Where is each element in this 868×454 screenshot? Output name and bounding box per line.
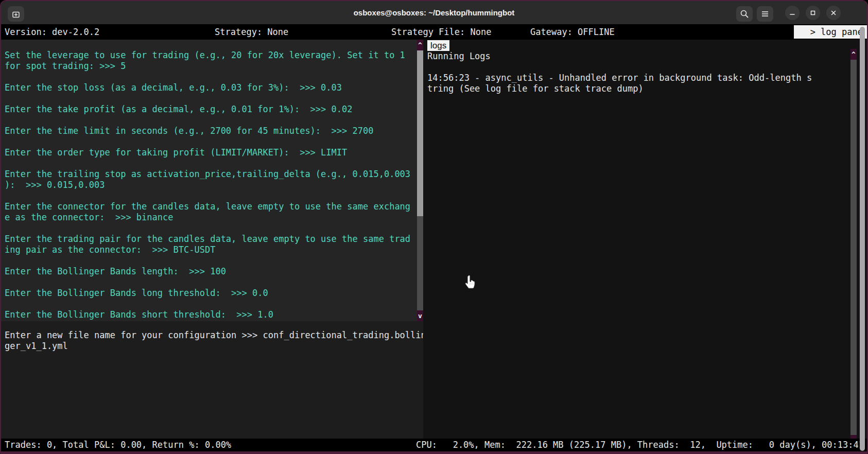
log-pane-toggle[interactable]: > log pane (794, 25, 867, 39)
gateway-label: Gateway: OFFLINE (530, 24, 615, 40)
hamburger-menu-icon (760, 9, 770, 19)
search-button[interactable] (736, 6, 753, 22)
strategy-file-label: Strategy File: None (391, 24, 491, 40)
config-prompt-line: Enter the connector for the candles data… (5, 201, 415, 223)
config-prompt-line: Set the leverage to use for trading (e.g… (5, 50, 415, 72)
config-prompt-line: Enter the Bollinger Bands long threshold… (5, 288, 415, 299)
logs-pane-scrollbar[interactable]: ^ v (850, 49, 857, 446)
config-prompt-line: Enter the time limit in seconds (e.g., 2… (5, 126, 415, 136)
config-prompt-line: Enter the Bollinger Bands short threshol… (5, 309, 415, 320)
close-button[interactable] (826, 6, 841, 20)
strategy-label: Strategy: None (215, 24, 288, 40)
search-icon (739, 9, 750, 19)
scroll-up-arrow[interactable]: ^ (850, 49, 857, 60)
terminal-window: osboxes@osboxes: ~/Desktop/hummingbot (0, 0, 868, 454)
log-message: 14:56:23 - async_utils - Unhandled error… (427, 73, 812, 94)
config-input-area[interactable]: Enter a new file name for your configura… (1, 321, 423, 439)
maximize-button[interactable] (806, 6, 820, 20)
system-status: CPU: 2.0%, Mem: 222.16 MB (225.17 MB), T… (416, 439, 864, 451)
tab-logs[interactable]: logs (427, 40, 449, 51)
minimize-icon (788, 9, 796, 17)
titlebar: osboxes@osboxes: ~/Desktop/hummingbot (1, 1, 867, 24)
hummingbot-bottombar: Trades: 0, Total P&L: 0.00, Return %: 0.… (1, 439, 867, 451)
logs-pane[interactable]: logs Running Logs 14:56:23 - async_utils… (423, 40, 867, 439)
config-prompts: Set the leverage to use for trading (e.g… (5, 50, 415, 331)
version-label: Version: dev-2.0.2 (5, 24, 99, 40)
menu-button[interactable] (757, 6, 773, 22)
config-prompt-line: Enter the order type for taking profit (… (5, 147, 415, 158)
config-prompt-line: Enter the stop loss (as a decimal, e.g.,… (5, 82, 415, 93)
maximize-icon (809, 9, 817, 17)
close-icon (829, 9, 838, 17)
config-prompt-line: Enter the trading pair for the candles d… (5, 234, 415, 255)
config-prompt-line: Enter the Bollinger Bands length: >>> 10… (5, 266, 415, 277)
hummingbot-topbar: Version: dev-2.0.2 Strategy: None Strate… (1, 24, 867, 40)
config-input-text: Enter a new file name for your configura… (5, 330, 426, 352)
config-output-pane[interactable]: Set the leverage to use for trading (e.g… (1, 40, 417, 321)
window-scrollbar[interactable] (860, 27, 865, 451)
scroll-down-arrow[interactable]: v (417, 310, 423, 321)
scroll-up-arrow[interactable]: ^ (417, 40, 423, 50)
left-pane-scrollbar[interactable]: ^ v (417, 40, 423, 321)
minimize-button[interactable] (785, 6, 800, 20)
trades-status: Trades: 0, Total P&L: 0.00, Return %: 0.… (5, 439, 231, 451)
logs-heading: Running Logs (427, 51, 491, 62)
scrollbar-thumb[interactable] (417, 50, 423, 216)
config-prompt-line: Enter the trailing stop as activation_pr… (5, 169, 415, 190)
config-prompt-line: Enter the take profit (as a decimal, e.g… (5, 104, 415, 115)
